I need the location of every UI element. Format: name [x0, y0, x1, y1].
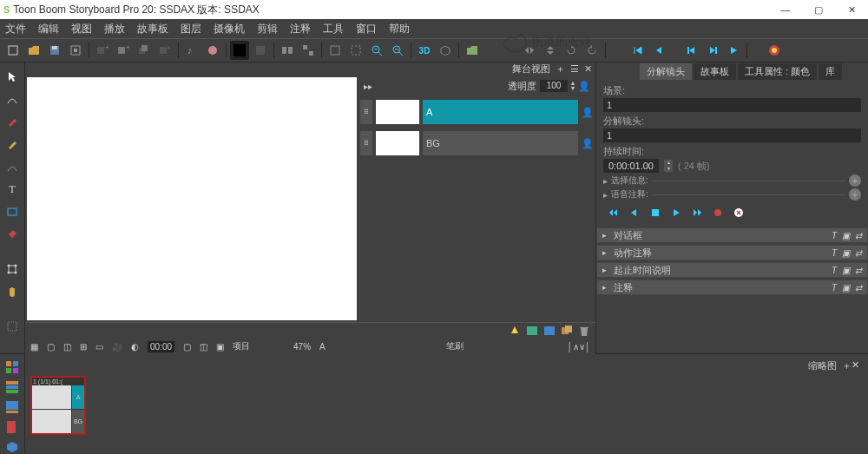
transfer-icon[interactable]: ⇄ [855, 283, 862, 293]
tab-panel[interactable]: 分解镜头 [640, 63, 692, 80]
workspace-horizontal-icon[interactable] [3, 399, 21, 414]
pencil-tool-icon[interactable] [3, 135, 21, 153]
prev-icon[interactable] [628, 206, 641, 220]
play-icon[interactable] [724, 41, 743, 60]
layer-name[interactable]: BG [423, 131, 578, 155]
menu-layer[interactable]: 图层 [181, 22, 201, 36]
menu-storyboard[interactable]: 故事板 [137, 22, 168, 36]
thumbnails-add-icon[interactable]: ＋ [842, 359, 852, 372]
layer-person-icon[interactable]: 👤 [582, 138, 594, 149]
rewind-icon[interactable] [607, 206, 621, 220]
tab-tool-props[interactable]: 工具属性 : 颜色 [738, 63, 817, 80]
panel-thumbnail[interactable]: 1 (1/1) 01:( A BG [30, 376, 86, 435]
arrange-icon[interactable] [278, 41, 297, 60]
add-voice-note-button[interactable]: + [849, 188, 861, 201]
play-transport-icon[interactable] [669, 206, 683, 220]
next-keyframe-icon[interactable] [703, 41, 722, 60]
transfer-icon[interactable]: ⇄ [855, 266, 862, 275]
hand-tool-icon[interactable] [3, 283, 21, 300]
copy-text-icon[interactable]: ▣ [842, 248, 850, 258]
new-scene-icon[interactable]: + [93, 41, 112, 60]
text-tool-icon[interactable]: T [3, 181, 21, 198]
settings-icon[interactable] [66, 41, 85, 60]
menu-file[interactable]: 文件 [5, 22, 26, 36]
record-icon[interactable] [711, 206, 725, 220]
tab-library[interactable]: 库 [819, 63, 842, 80]
image-icon[interactable] [526, 325, 538, 337]
transfer-icon[interactable]: ⇄ [855, 248, 862, 258]
expand-voice-icon[interactable]: ▸ [603, 190, 608, 200]
maximize-button[interactable]: ▢ [812, 4, 825, 16]
duration-stepper[interactable]: ▴▾ [664, 160, 673, 172]
library-icon[interactable] [543, 325, 556, 337]
copy-text-icon[interactable]: ▣ [842, 283, 850, 293]
camera-toggle-icon[interactable]: 🎥 [112, 342, 122, 352]
visibility-icon[interactable]: 👤 [578, 81, 590, 92]
menu-edit[interactable]: 编辑 [38, 22, 59, 36]
panel-value[interactable]: 1 [603, 128, 861, 142]
close-button[interactable]: ✕ [845, 4, 858, 16]
grid-toggle-icon[interactable]: ▦ [30, 342, 38, 352]
minimize-button[interactable]: — [779, 4, 792, 16]
delete-recording-icon[interactable] [732, 206, 746, 220]
copy-icon[interactable] [561, 325, 573, 337]
tab-storyboard[interactable]: 故事板 [694, 63, 736, 80]
flip-v-icon[interactable] [541, 41, 560, 60]
perspective-tool-icon[interactable] [3, 318, 21, 335]
layer-row[interactable]: ⠿ A 👤 [360, 98, 594, 126]
text-format-icon[interactable]: T [832, 283, 837, 293]
text-format-icon[interactable]: T [832, 248, 837, 258]
first-frame-icon[interactable] [628, 41, 648, 60]
collapse-slugging[interactable]: ▸ 起止时间说明 T▣⇄ [596, 262, 868, 278]
view-toggle-7-icon[interactable]: ▣ [216, 342, 224, 352]
new-project-icon[interactable] [3, 41, 23, 60]
collapse-handle-icon[interactable]: │∧∨│ [568, 342, 591, 352]
rectangle-tool-icon[interactable] [3, 203, 21, 220]
prev-frame-icon[interactable] [649, 41, 668, 60]
ungroup-icon[interactable] [346, 41, 365, 60]
opacity-stepper[interactable]: ▴▾ [571, 81, 575, 91]
add-select-info-button[interactable]: + [849, 174, 861, 187]
menu-tools[interactable]: 工具 [323, 22, 344, 36]
panel-close-icon[interactable]: ✕ [584, 63, 592, 75]
workspace-3d-icon[interactable] [3, 439, 21, 454]
spline-tool-icon[interactable] [3, 90, 21, 108]
music-icon[interactable]: ♪ [182, 41, 201, 60]
menu-play[interactable]: 播放 [104, 22, 125, 36]
view-toggle-5-icon[interactable]: ▢ [183, 342, 191, 352]
zoom-out-icon[interactable] [388, 41, 407, 60]
black-swatch-icon[interactable] [230, 41, 249, 60]
select-tool-icon[interactable] [3, 68, 21, 85]
rotate-cw-icon[interactable] [562, 41, 581, 60]
panel-menu-icon[interactable]: ☰ [570, 63, 579, 75]
opacity-value[interactable]: 100 [540, 80, 568, 92]
collapse-notes[interactable]: ▸ 注释 T▣⇄ [596, 280, 868, 295]
thumbnail-layer-bg[interactable]: BG [72, 410, 84, 433]
save-icon[interactable] [45, 41, 64, 60]
open-project-icon[interactable] [24, 41, 43, 60]
scene-value[interactable]: 1 [603, 98, 861, 112]
copy-text-icon[interactable]: ▣ [842, 231, 850, 240]
menu-window[interactable]: 窗口 [356, 22, 377, 36]
color-wheel-icon[interactable] [765, 41, 784, 60]
menu-camera[interactable]: 摄像机 [214, 22, 245, 36]
menu-help[interactable]: 帮助 [389, 22, 410, 36]
palette-icon[interactable] [203, 41, 222, 60]
prev-keyframe-icon[interactable] [682, 41, 701, 60]
workspace-overview-icon[interactable] [3, 359, 21, 374]
zoom-in-icon[interactable]: + [367, 41, 386, 60]
drawing-canvas[interactable] [27, 77, 357, 320]
collapse-action[interactable]: ▸ 动作注释 T▣⇄ [596, 245, 868, 260]
layer-person-icon[interactable]: 👤 [582, 107, 594, 118]
workspace-pdf-icon[interactable] [3, 419, 21, 434]
zoom-level[interactable]: 47% [293, 342, 311, 352]
stop-icon[interactable] [648, 206, 662, 220]
view-toggle-1-icon[interactable]: ▢ [47, 342, 55, 352]
expand-select-icon[interactable]: ▸ [603, 176, 608, 186]
brush-tool-icon[interactable] [3, 113, 21, 130]
delete-panel-icon[interactable]: × [155, 41, 174, 60]
view-toggle-6-icon[interactable]: ◫ [200, 342, 207, 352]
light-table-icon[interactable] [509, 325, 521, 337]
layer-nav-icon[interactable]: ▸▸ [364, 82, 372, 91]
thumbnail-layer-a[interactable]: A [72, 385, 84, 409]
